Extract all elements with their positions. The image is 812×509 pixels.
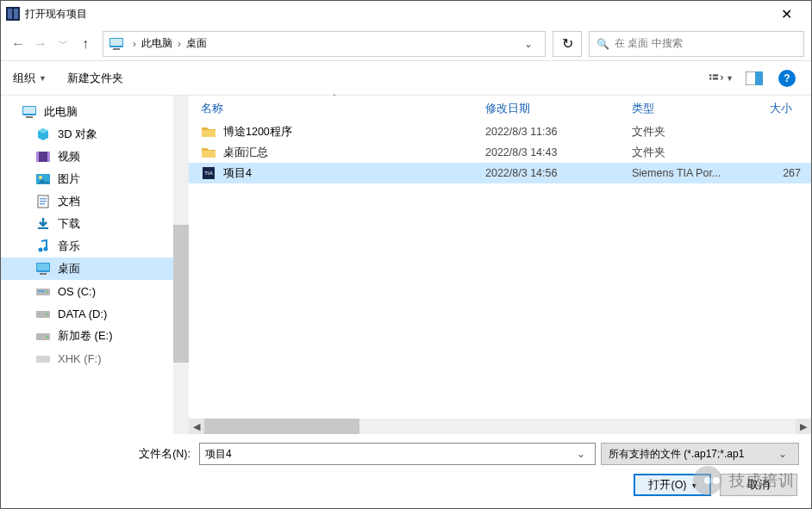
pc-icon [109, 36, 124, 52]
up-button[interactable]: ↑ [75, 31, 96, 57]
svg-rect-23 [40, 203, 45, 205]
svg-rect-21 [40, 198, 47, 200]
horizontal-scrollbar[interactable]: ◀ ▶ [189, 419, 811, 434]
preview-pane-button[interactable] [742, 66, 766, 90]
filetype-filter[interactable]: 所有支持的文件 (*.ap17;*.ap1 ⌄ [601, 443, 799, 465]
svg-rect-2 [14, 9, 18, 19]
app-icon [6, 7, 20, 21]
tree-pictures[interactable]: 图片 [1, 168, 173, 190]
file-name: 桌面汇总 [223, 146, 268, 160]
col-type[interactable]: 类型 [623, 96, 761, 121]
svg-point-25 [39, 248, 43, 252]
tia-file-icon: TIA [201, 165, 216, 181]
file-row[interactable]: TIA项目42022/8/3 14:56Siemens TIA Por...26… [189, 163, 811, 183]
file-row[interactable]: 桌面汇总2022/8/3 14:43文件夹 [189, 142, 811, 163]
tree-downloads[interactable]: 下载 [1, 213, 173, 235]
tree-documents[interactable]: 文档 [1, 190, 173, 213]
tree-music[interactable]: 音乐 [1, 235, 173, 258]
svg-rect-13 [23, 107, 35, 114]
svg-point-19 [39, 176, 42, 179]
toolbar: 组织▼ 新建文件夹 ▼ ? [1, 61, 811, 96]
filename-dropdown[interactable]: ⌄ [572, 448, 590, 460]
filename-label: 文件名(N): [13, 447, 194, 462]
file-list: 博途1200程序2022/8/3 11:36文件夹桌面汇总2022/8/3 14… [189, 121, 811, 419]
filename-value: 项目4 [205, 447, 232, 462]
svg-rect-17 [47, 152, 50, 162]
tree-videos[interactable]: 视频 [1, 146, 173, 168]
file-type: 文件夹 [623, 146, 761, 160]
col-name[interactable]: ˆ名称 [192, 96, 477, 121]
file-date: 2022/8/3 14:43 [477, 146, 623, 158]
cancel-button[interactable]: 取消 [720, 474, 797, 496]
svg-rect-37 [36, 356, 50, 363]
svg-rect-24 [38, 227, 48, 229]
drive-icon [35, 283, 51, 299]
drive-icon [35, 351, 51, 366]
svg-rect-7 [713, 74, 718, 76]
svg-point-32 [47, 291, 48, 293]
tree-os-c[interactable]: OS (C:) [1, 280, 173, 302]
column-headers: ˆ名称 修改日期 类型 大小 [189, 96, 811, 121]
col-date[interactable]: 修改日期 [477, 96, 623, 121]
breadcrumb[interactable]: › 此电脑 › 桌面 ⌄ [103, 31, 546, 57]
help-button[interactable]: ? [775, 66, 799, 90]
download-icon [35, 216, 51, 232]
file-date: 2022/8/3 14:56 [477, 167, 623, 179]
svg-text:TIA: TIA [204, 171, 212, 176]
svg-rect-22 [40, 201, 47, 202]
file-size: 267 [761, 167, 811, 179]
tree-this-pc[interactable]: 此电脑 [1, 101, 173, 123]
tree-3d-objects[interactable]: 3D 对象 [1, 123, 173, 146]
chevron-right-icon: › [178, 38, 181, 50]
svg-rect-4 [110, 39, 122, 46]
search-placeholder: 在 桌面 中搜索 [615, 36, 683, 51]
svg-point-26 [44, 247, 48, 251]
scroll-right-icon[interactable]: ▶ [796, 419, 811, 434]
desktop-icon [35, 261, 51, 276]
file-type: Siemens TIA Por... [623, 167, 761, 179]
col-size[interactable]: 大小 [761, 96, 811, 121]
file-name: 博途1200程序 [223, 125, 292, 140]
history-dropdown[interactable]: ﹀ [53, 31, 73, 57]
forward-button[interactable]: → [30, 31, 51, 57]
tree-xhk-f[interactable]: XHK (F:) [1, 347, 173, 369]
music-icon [35, 239, 51, 254]
open-button[interactable]: 打开(O)▾ [634, 474, 711, 496]
window-title: 打开现有项目 [25, 7, 766, 22]
svg-rect-14 [26, 116, 33, 118]
svg-rect-16 [36, 152, 39, 162]
refresh-button[interactable]: ↻ [553, 31, 582, 57]
breadcrumb-dropdown[interactable]: ⌄ [517, 38, 540, 50]
svg-rect-29 [40, 273, 47, 275]
filter-dropdown-icon: ⌄ [774, 448, 791, 460]
tree-data-d[interactable]: DATA (D:) [1, 302, 173, 325]
filename-input[interactable]: 项目4 ⌄ [199, 443, 596, 465]
svg-rect-31 [38, 290, 45, 292]
sidebar-scrollbar[interactable] [173, 96, 189, 434]
navbar: ← → ﹀ ↑ › 此电脑 › 桌面 ⌄ ↻ 🔍 在 桌面 中搜索 [1, 27, 811, 61]
back-button[interactable]: ← [8, 31, 28, 57]
file-row[interactable]: 博途1200程序2022/8/3 11:36文件夹 [189, 121, 811, 142]
new-folder-button[interactable]: 新建文件夹 [67, 71, 123, 86]
drive-icon [35, 328, 51, 344]
file-date: 2022/8/3 11:36 [477, 126, 623, 138]
chevron-right-icon: › [133, 38, 136, 50]
svg-rect-8 [709, 78, 711, 79]
sort-indicator-icon: ˆ [333, 94, 335, 103]
search-input[interactable]: 🔍 在 桌面 中搜索 [589, 31, 804, 57]
organize-button[interactable]: 组织▼ [13, 71, 47, 86]
folder-icon [201, 124, 216, 140]
file-name: 项目4 [223, 166, 252, 181]
close-button[interactable]: ✕ [766, 2, 806, 26]
scroll-left-icon[interactable]: ◀ [189, 419, 204, 434]
svg-point-36 [47, 336, 48, 338]
view-options-button[interactable]: ▼ [709, 66, 734, 90]
tree-new-e[interactable]: 新加卷 (E:) [1, 325, 173, 347]
titlebar: 打开现有项目 ✕ [1, 1, 811, 27]
folder-icon [201, 145, 216, 160]
breadcrumb-pc[interactable]: 此电脑 [141, 36, 172, 51]
svg-rect-28 [37, 264, 49, 270]
breadcrumb-desktop[interactable]: 桌面 [186, 36, 207, 51]
tree-desktop[interactable]: 桌面 [1, 258, 173, 280]
picture-icon [35, 171, 51, 187]
